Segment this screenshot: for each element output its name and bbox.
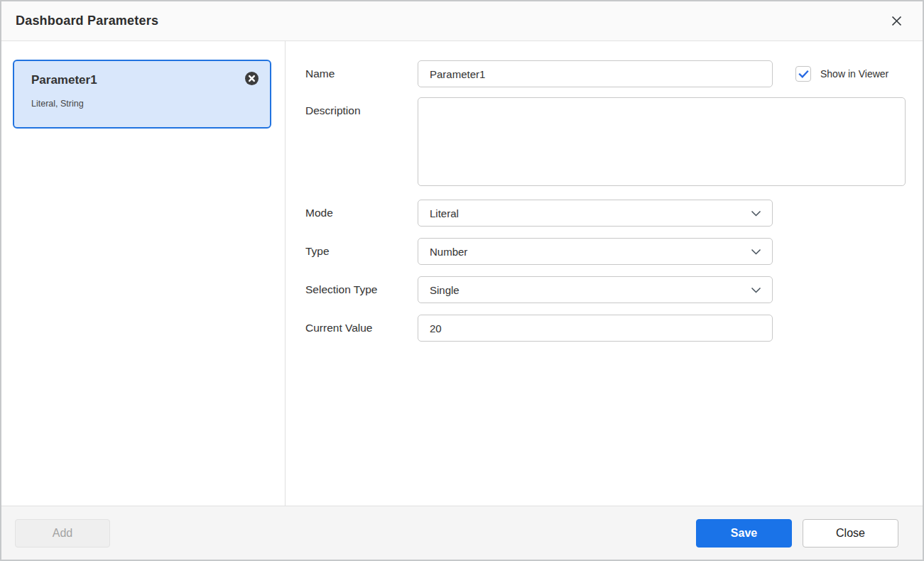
dialog-body: Parameter1 Literal, String Name: [1, 41, 923, 506]
description-row: Description: [305, 97, 906, 186]
show-in-viewer-checkbox[interactable]: Show in Viewer: [795, 66, 888, 82]
current-value-row: Current Value: [305, 315, 906, 342]
checkmark-icon: [798, 68, 810, 80]
parameter-list-item[interactable]: Parameter1 Literal, String: [13, 60, 271, 129]
show-in-viewer-label: Show in Viewer: [820, 68, 888, 80]
close-icon[interactable]: [886, 11, 907, 32]
dialog-footer: Add Save Close: [1, 506, 923, 560]
description-label: Description: [305, 97, 418, 117]
parameter-item-subtitle: Literal, String: [31, 99, 260, 109]
remove-parameter-icon[interactable]: [244, 71, 259, 86]
type-dropdown[interactable]: Number: [418, 238, 773, 265]
current-value-input[interactable]: [418, 315, 773, 342]
add-button[interactable]: Add: [15, 519, 110, 548]
name-input[interactable]: [418, 60, 773, 87]
chevron-down-icon: [750, 246, 762, 258]
selection-type-dropdown[interactable]: Single: [418, 276, 773, 303]
name-row: Name Show in Viewer: [305, 60, 906, 87]
parameter-form-panel: Name Show in Viewer Description Mode: [286, 41, 923, 506]
chevron-down-icon: [750, 284, 762, 296]
type-row: Type Number: [305, 238, 906, 265]
dialog-header: Dashboard Parameters: [1, 1, 923, 41]
dialog-title: Dashboard Parameters: [16, 13, 158, 28]
name-label: Name: [305, 67, 418, 80]
description-textarea[interactable]: [418, 97, 906, 186]
parameter-item-name: Parameter1: [31, 72, 260, 88]
checkbox-box[interactable]: [795, 66, 811, 82]
save-button[interactable]: Save: [696, 519, 792, 548]
type-value: Number: [430, 246, 750, 258]
selection-type-value: Single: [430, 284, 750, 296]
type-label: Type: [305, 245, 418, 258]
mode-row: Mode Literal: [305, 200, 906, 227]
mode-value: Literal: [430, 207, 750, 219]
parameter-list-panel: Parameter1 Literal, String: [1, 41, 286, 506]
close-button[interactable]: Close: [803, 519, 898, 548]
dashboard-parameters-dialog: Dashboard Parameters Parameter1 Literal,…: [0, 0, 924, 561]
current-value-label: Current Value: [305, 322, 418, 334]
mode-label: Mode: [305, 207, 418, 219]
selection-type-label: Selection Type: [305, 283, 418, 296]
chevron-down-icon: [750, 207, 762, 219]
selection-type-row: Selection Type Single: [305, 276, 906, 303]
mode-dropdown[interactable]: Literal: [418, 200, 773, 227]
